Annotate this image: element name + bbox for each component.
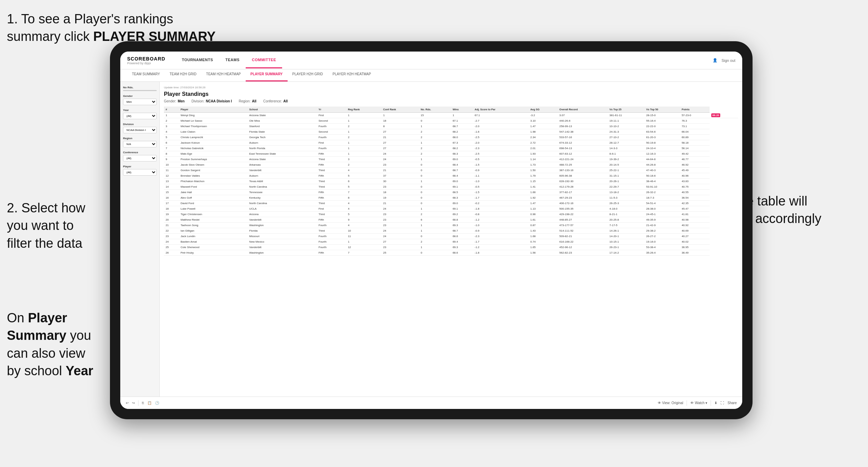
division-select[interactable]: NCAA Division I (123, 127, 157, 133)
table-row[interactable]: 3Michael ThorbjornsenStanfordFourth28168… (164, 124, 738, 129)
table-row[interactable]: 18Luke PowellUCLAFirst424169.1-1.81.1350… (164, 206, 738, 212)
cell-6-5: 27 (381, 146, 419, 151)
paste-button[interactable]: 📋 (147, 401, 152, 405)
no-rds-slider[interactable] (123, 90, 157, 91)
cell-21-4: 10 (346, 228, 381, 234)
cell-14-11: 13-18-2 (608, 190, 645, 195)
cell-24-10: 452-96-12 (558, 245, 608, 250)
cell-16-4: 4 (346, 201, 381, 206)
cell-25-13: 36.49 (680, 250, 710, 256)
table-row[interactable]: 20Matthew RiedelVanderbiltFifth923668.8-… (164, 217, 738, 223)
table-row[interactable]: 1Wenyi DingArizona StateFirst1115167.1-3… (164, 113, 738, 118)
gender-select[interactable]: Men (123, 99, 157, 105)
cell-2-8: -2.0 (473, 124, 528, 129)
cell-20-8: -1.0 (473, 223, 528, 228)
cell-7-12: 12-16-3 (644, 151, 680, 157)
nav-committee[interactable]: COMMITTEE (246, 52, 282, 68)
table-row[interactable]: 5Christo LamprechtGeorgia TechFourth2212… (164, 135, 738, 140)
cell-8-0: 9 (164, 157, 179, 162)
sub-nav-team-summary[interactable]: TEAM SUMMARY (127, 69, 165, 81)
table-row[interactable]: 6Jackson KoivunAuburnFirst127167.3-2.02.… (164, 140, 738, 146)
table-row[interactable]: 11Gordon SargentVanderbiltThird421068.7-… (164, 168, 738, 173)
sub-navigation: TEAM SUMMARY TEAM H2H GRID TEAM H2H HEAT… (120, 69, 742, 82)
table-row[interactable]: 7Nicholas GabrelcikNorth FloridaFourth12… (164, 146, 738, 151)
view-original-button[interactable]: 👁 View: Original (658, 401, 683, 405)
cell-23-3: Fourth (317, 239, 346, 245)
header-row: # Player School Yr Reg Rank Conf Rank No… (164, 107, 738, 113)
no-rds-section: No Rds. (123, 86, 157, 91)
table-row[interactable]: 9Preston SummerhaysArizona StateThird324… (164, 157, 738, 162)
table-row[interactable]: 24Bastien AmatNew MexicoFourth127269.4-1… (164, 239, 738, 245)
annotation-step1: 1. To see a Player's rankings summary cl… (7, 10, 265, 46)
table-row[interactable]: 13Phichaksn MaichonTexas A&MThird630169.… (164, 179, 738, 184)
cell-10-9: 1.50 (528, 168, 558, 173)
region-select[interactable]: N/A (123, 141, 157, 147)
table-row[interactable]: 25Cole SherwoodVanderbiltFourth1223169.3… (164, 245, 738, 250)
cell-11-9: 1.79 (528, 173, 558, 179)
sub-nav-player-summary[interactable]: PLAYER SUMMARY (246, 69, 288, 81)
table-row[interactable]: 4Luke ClatonFlorida StateSecond127268.2-… (164, 129, 738, 135)
cell-3-3: Second (317, 129, 346, 135)
cell-1-8: -2.7 (473, 118, 528, 124)
nav-tournaments[interactable]: TOURNAMENTS (176, 52, 219, 68)
table-row[interactable]: 17David FordNorth CarolinaThird421069.0-… (164, 201, 738, 206)
cell-4-1: Christo Lamprecht (179, 135, 247, 140)
cell-16-10: 406-172-16 (558, 201, 608, 206)
watch-button[interactable]: 👁 Watch ▾ (690, 401, 707, 405)
year-select[interactable]: (All) (123, 113, 157, 119)
step2-text1: Select howyou want tofilter the data (7, 201, 85, 251)
cell-22-3: Fourth (317, 234, 346, 239)
cell-20-3: Fourth (317, 223, 346, 228)
table-row[interactable]: 21Taehoon SongWashingtonFourth423169.3-1… (164, 223, 738, 228)
sub-nav-team-h2h-grid[interactable]: TEAM H2H GRID (165, 69, 201, 81)
table-row[interactable]: 26Petr HrubyWashingtonFifth725068.6-1.81… (164, 250, 738, 256)
cell-17-6: 1 (419, 206, 451, 212)
cell-2-7: 68.7 (451, 124, 473, 129)
cell-21-2: Florida (247, 228, 317, 234)
sub-nav-team-h2h-heatmap[interactable]: TEAM H2H HEATMAP (201, 69, 246, 81)
sign-out-link[interactable]: Sign out (722, 58, 735, 63)
bottom-toolbar: ↩ ↪ ⎘ 📋 🕐 👁 View: Original 👁 Watch ▾ ⬇ ⛶ (120, 397, 742, 409)
download-button[interactable]: ⬇ (714, 401, 717, 405)
expand-button[interactable]: ⛶ (721, 401, 724, 405)
cell-2-6: 1 (419, 124, 451, 129)
table-row[interactable]: 15Jake HallTennesseeFifth718068.5-1.51.6… (164, 190, 738, 195)
cell-25-6: 0 (419, 250, 451, 256)
table-row[interactable]: 19Tiger ChristensenArizonaThird523269.2-… (164, 212, 738, 217)
table-row[interactable]: 14Maxwell FordNorth CarolinaThird523069.… (164, 184, 738, 190)
cell-2-12: 22-22-0 (644, 124, 680, 129)
cell-3-7: 68.2 (451, 129, 473, 135)
sub-nav-player-h2h-grid[interactable]: PLAYER H2H GRID (288, 69, 328, 81)
cell-2-1: Michael Thorbjornsen (179, 124, 247, 129)
table-row[interactable]: 22Ian GilliganFloridaThird1024168.7-0.91… (164, 228, 738, 234)
nav-teams[interactable]: TEAMS (219, 52, 246, 68)
table-row[interactable]: 16Alex GoffKentuckyFifth819068.3-1.71.92… (164, 195, 738, 201)
player-select[interactable]: (All) (123, 169, 157, 176)
cell-6-9: 2.01 (528, 146, 558, 151)
cell-2-0: 3 (164, 124, 179, 129)
table-row[interactable]: 12Brendan ValdesAuburnFifth537068.4-1.11… (164, 173, 738, 179)
clock-button[interactable]: 🕐 (155, 401, 159, 405)
cell-25-8: -1.8 (473, 250, 528, 256)
year-label: Year (123, 109, 157, 112)
cell-19-2: Vanderbilt (247, 217, 317, 223)
table-row[interactable]: 23Jack LundinMissouriFourth1124068.6-2.3… (164, 234, 738, 239)
conference-select[interactable]: (All) (123, 155, 157, 162)
table-row[interactable]: 2Michael Le SassoOle MissSecond118067.1-… (164, 118, 738, 124)
share-button[interactable]: Share (727, 401, 737, 405)
cell-5-12: 50-19-8 (644, 140, 680, 146)
table-title: Player Standings (164, 91, 738, 97)
sub-nav-player-h2h-heatmap[interactable]: PLAYER H2H HEATMAP (328, 69, 376, 81)
cell-5-13: 58.18 (680, 140, 710, 146)
col-overall-record: Overall Record (558, 107, 608, 113)
cell-9-4: 2 (346, 162, 381, 168)
cell-23-13: 40.02 (680, 239, 710, 245)
cell-5-8: -2.0 (473, 140, 528, 146)
table-row[interactable]: 8Mats EgeEast Tennessee StateFifth124268… (164, 151, 738, 157)
undo-button[interactable]: ↩ (126, 401, 129, 405)
table-row[interactable]: 10Jacob Skov OlesenArkansasFifth223068.4… (164, 162, 738, 168)
copy-button[interactable]: ⎘ (142, 401, 144, 405)
cell-14-3: Fifth (317, 190, 346, 195)
redo-button[interactable]: ↪ (132, 401, 135, 405)
cell-15-3: Fifth (317, 195, 346, 201)
